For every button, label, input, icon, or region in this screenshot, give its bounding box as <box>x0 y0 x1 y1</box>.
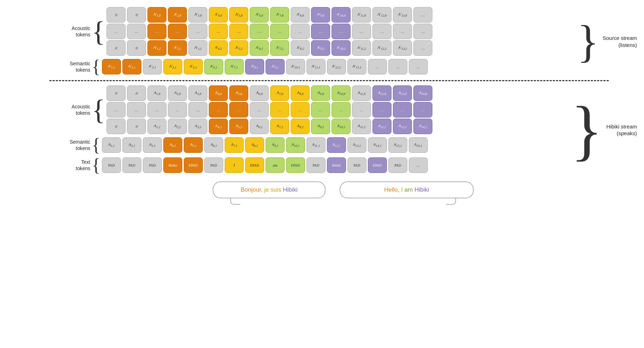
s-0c: 0 <box>107 40 126 56</box>
bubble-hibiki-left: Hibiki <box>283 186 298 193</box>
hibiki-text-group: Texttokens { PAD PAD PAD Hello EPAD PAD … <box>49 156 568 174</box>
s-a82: A'8,2 <box>291 40 310 56</box>
source-stream-label: Source stream (listens) <box>602 35 637 48</box>
token-a128: A'12,8 <box>372 7 391 23</box>
h-a102: A10,2 <box>332 119 351 134</box>
s-dots-11: … <box>311 24 330 39</box>
txt-epad4: EPAD <box>368 157 387 173</box>
hd-3: … <box>147 102 166 118</box>
hibiki-text-row: PAD PAD PAD Hello EPAD PAD I EPAD am EPA… <box>102 157 428 173</box>
s-a52: A'5,2 <box>229 40 248 56</box>
h-a68: A6,8 <box>250 85 269 101</box>
h-a82: A8,2 <box>291 119 310 134</box>
s-a132: A'13,2 <box>393 40 412 56</box>
hd-14: … <box>372 102 391 118</box>
source-stream-section: Acoustic tokens { 0 0 A'1,8 A'2,8 A'3,8 … <box>7 7 637 76</box>
s-0d: 0 <box>127 40 146 56</box>
s-dots-end: … <box>413 40 432 56</box>
h-a12: A1,2 <box>147 119 166 134</box>
bubble-bonjour: Bonjour, <box>241 186 264 193</box>
hibiki-text-brace: { <box>92 156 101 174</box>
hs-a131: A13,1 <box>347 137 366 153</box>
s-a62: A'6,2 <box>250 40 269 56</box>
hd-8: … <box>250 102 269 118</box>
s-a112: A'11,2 <box>352 40 371 56</box>
token-a118: A'11,8 <box>352 7 371 23</box>
hibiki-right-brace: } <box>571 100 603 160</box>
source-acoustic-label: Acoustic tokens <box>72 25 90 37</box>
hibiki-content: Acoustictokens { 0 0 A1,8 A2,8 A3,8 A4,8… <box>49 85 568 174</box>
s-a102: A'10,2 <box>332 40 351 56</box>
s-dots-10: … <box>291 24 310 39</box>
hs-a151: A15,1 <box>388 137 407 153</box>
hd-13: … <box>352 102 371 118</box>
h-a132: A13,2 <box>393 119 412 134</box>
txt-pad2: PAD <box>122 157 141 173</box>
txt-epad1: EPAD <box>184 157 203 173</box>
source-acoustic-row3: 0 0 A'1,2 A'2,2 A'3,2 A'4,2 A'5,2 A'6,2 … <box>107 40 432 56</box>
h-0c: 0 <box>107 119 126 134</box>
hd-10: … <box>291 102 310 118</box>
main-layout: Acoustic tokens { 0 0 A'1,8 A'2,8 A'3,8 … <box>0 0 644 202</box>
hs-a141: A14,1 <box>368 137 387 153</box>
s-dots-2: … <box>127 24 146 39</box>
hd-4: … <box>168 102 187 118</box>
ss-a91: A'9,1 <box>266 59 285 74</box>
txt-hibiki: Hibiki <box>327 157 346 173</box>
hd-5: … <box>188 102 207 118</box>
right-bubble-wrapper: Hello, I am Hibiki <box>340 181 474 198</box>
hd-15: … <box>393 102 412 118</box>
source-labels <box>7 7 49 76</box>
s-a12: A'1,2 <box>147 40 166 56</box>
ss-a131: A'13,1 <box>347 59 366 74</box>
hibiki-acoustic-row2: … … … … … … … … … … … … … … … <box>107 102 432 118</box>
source-semantic-label-col: Semantictokens <box>49 60 92 73</box>
ss-dots2: … <box>388 59 407 74</box>
s-dots-15: … <box>393 24 412 39</box>
h-a122: A12,2 <box>372 119 391 134</box>
txt-pad4: PAD <box>204 157 223 173</box>
h-a88: A8,8 <box>291 85 310 101</box>
bubble-am: am <box>405 186 414 193</box>
token-a88: A'8,8 <box>291 7 310 23</box>
hibiki-acoustic-rows: 0 0 A1,8 A2,8 A3,8 A4,8 A5,8 A6,8 A7,8 A… <box>107 85 432 134</box>
bubble-i: I <box>401 186 404 193</box>
hd-12: … <box>332 102 351 118</box>
ss-a11: A'1,1 <box>102 59 121 74</box>
hs-a31: A3,1 <box>143 137 162 153</box>
hibiki-acoustic-label: Acoustictokens <box>72 104 90 116</box>
h-a58: A5,8 <box>229 85 248 101</box>
source-semantic-group: Semantictokens { A'1,1 A'2,1 A'3,1 A'4,1… <box>49 58 574 76</box>
h-a92: A9,2 <box>311 119 330 134</box>
txt-i: I <box>225 157 244 173</box>
hs-a101: A10,1 <box>286 137 305 153</box>
hd-16: … <box>413 102 432 118</box>
s-a122: A'12,2 <box>372 40 391 56</box>
s-dots-12: … <box>332 24 351 39</box>
token-dots1: … <box>413 7 432 23</box>
token-a138: A'13,8 <box>393 7 412 23</box>
hibiki-acoustic-label-col: Acoustictokens <box>49 103 92 116</box>
h-a72: A7,2 <box>270 119 289 134</box>
hibiki-acoustic-brace: { <box>92 96 105 124</box>
source-acoustic-label-col: Acoustic tokens <box>49 25 92 38</box>
h-a112: A11,2 <box>352 119 371 134</box>
h-a138: A13,8 <box>393 85 412 101</box>
source-content: Acoustic tokens { 0 0 A'1,8 A'2,8 A'3,8 … <box>49 7 574 76</box>
source-semantic-brace: { <box>92 58 101 76</box>
hs-a21: A2,1 <box>122 137 141 153</box>
hibiki-semantic-brace: { <box>92 136 101 154</box>
hibiki-acoustic-row1: 0 0 A1,8 A2,8 A3,8 A4,8 A5,8 A6,8 A7,8 A… <box>107 85 432 101</box>
hibiki-right-area: } <box>571 85 603 174</box>
hibiki-stream-section: Acoustictokens { 0 0 A1,8 A2,8 A3,8 A4,8… <box>7 85 637 174</box>
hs-a91: A9,1 <box>266 137 285 153</box>
hd-2: … <box>127 102 146 118</box>
token-a98: A'9,8 <box>311 7 330 23</box>
hibiki-semantic-label: Semantictokens <box>70 139 90 151</box>
s-dots-8: … <box>250 24 269 39</box>
s-a22: A'2,2 <box>168 40 187 56</box>
hs-a161: A16,1 <box>409 137 428 153</box>
h-a28: A2,8 <box>168 85 187 101</box>
hibiki-text-label: Texttokens <box>76 159 90 171</box>
s-a92: A'9,2 <box>311 40 330 56</box>
